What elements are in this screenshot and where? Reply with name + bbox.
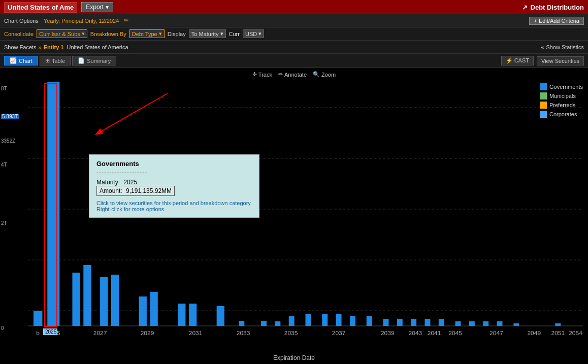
tooltip-note-line2: Right-click for more options.	[96, 206, 252, 212]
svg-text:2037: 2037	[332, 330, 346, 336]
tab-chart[interactable]: 📈 Chart	[4, 56, 38, 65]
svg-rect-15	[189, 304, 197, 326]
svg-text:2041: 2041	[428, 330, 441, 336]
svg-rect-36	[555, 323, 561, 326]
stats-arrow-icon: «	[541, 44, 544, 50]
tabs-bar: 📈 Chart ⊞ Table 📄 Summary ⚡ CAST View Se…	[0, 54, 588, 68]
tooltip-maturity-label: Maturity:	[96, 179, 120, 186]
y-label-2t: 2T	[1, 220, 7, 226]
cast-button[interactable]: ⚡ CAST	[501, 56, 534, 65]
edit-add-criteria-button[interactable]: + Edit/Add Criteria	[529, 17, 584, 25]
show-statistics-button[interactable]: « Show Statistics	[541, 44, 584, 50]
svg-text:2031: 2031	[189, 330, 203, 336]
annotate-tool[interactable]: ✏ Annotate	[278, 71, 307, 78]
annotate-icon: ✏	[278, 71, 283, 78]
svg-text:2049: 2049	[527, 330, 541, 336]
legend-color-municipals	[540, 92, 547, 100]
entity-number-label: Entity 1	[44, 44, 64, 50]
chart-settings-text: Yearly, Principal Only, 12/2024	[44, 18, 119, 24]
svg-rect-18	[261, 321, 267, 326]
zoom-tool[interactable]: 🔍 Zoom	[313, 71, 336, 78]
export-button[interactable]: Export ▾	[81, 2, 113, 12]
svg-rect-10	[100, 277, 108, 326]
zoom-icon: 🔍	[313, 71, 320, 78]
svg-text:2035: 2035	[284, 330, 298, 336]
legend-item-preferreds: Preferreds	[540, 102, 583, 109]
curr-dropdown[interactable]: USD ▾	[243, 29, 264, 38]
legend-label-municipals: Municipals	[549, 93, 576, 99]
svg-text:2033: 2033	[237, 330, 250, 336]
consolidate-label: Consolidate	[4, 31, 34, 37]
svg-rect-32	[469, 321, 475, 326]
tab-summary[interactable]: 📄 Summary	[72, 56, 116, 65]
display-dropdown[interactable]: To Maturity ▾	[189, 29, 226, 38]
consolidate-dropdown[interactable]: Curr Issr & Subs ▾	[37, 29, 87, 38]
svg-rect-19	[275, 321, 280, 326]
show-statistics-label: Show Statistics	[546, 44, 584, 50]
legend-item-corporates: Corporates	[540, 111, 583, 118]
legend-item-governments: Governments	[540, 83, 583, 90]
chart-area: ✛ Track ✏ Annotate 🔍 Zoom Governments Mu…	[0, 68, 588, 364]
tab-table-label: Table	[52, 58, 65, 64]
track-tool[interactable]: ✛ Track	[252, 71, 272, 78]
chart-inner: ✛ Track ✏ Annotate 🔍 Zoom Governments Mu…	[0, 68, 588, 364]
svg-rect-23	[336, 314, 342, 326]
show-facets-button[interactable]: Show Facets	[4, 44, 37, 50]
svg-rect-27	[397, 319, 403, 326]
legend-color-governments	[540, 83, 547, 90]
breakdown-by-label: Breakdown By	[90, 31, 126, 37]
svg-rect-34	[497, 321, 503, 326]
facets-expand-icon[interactable]: »	[39, 44, 42, 50]
entity-title[interactable]: United States of Ame	[4, 2, 77, 13]
tooltip-amount-value: 9,191,135.92MM	[126, 187, 172, 194]
display-arrow-icon: ▾	[220, 30, 223, 37]
curr-label: Curr	[229, 31, 240, 37]
view-securities-button[interactable]: View Securities	[537, 56, 584, 65]
display-label: Display	[168, 31, 186, 37]
x-axis-label: Expiration Date	[273, 354, 315, 361]
svg-rect-9	[83, 265, 91, 326]
legend-color-corporates	[540, 111, 547, 118]
tooltip-note-line1: Click to view securities for this period…	[96, 200, 252, 206]
svg-text:2029: 2029	[141, 330, 154, 336]
svg-text:2027: 2027	[93, 330, 107, 336]
tooltip-amount-label: Amount:	[100, 187, 122, 194]
summary-icon: 📄	[78, 57, 85, 64]
svg-rect-35	[513, 323, 519, 326]
y-label-4t: 4T	[1, 162, 7, 168]
tab-table[interactable]: ⊞ Table	[40, 56, 71, 65]
svg-rect-22	[322, 314, 328, 326]
controls-bar: Consolidate Curr Issr & Subs ▾ Breakdown…	[0, 27, 588, 41]
title-bar-right: ↗ Debt Distribution	[522, 4, 584, 11]
cast-icon: ⚡	[506, 57, 513, 63]
svg-text:b: b	[36, 330, 40, 336]
svg-rect-11	[111, 275, 119, 326]
svg-text:2047: 2047	[489, 330, 503, 336]
tab-toolbar: ⚡ CAST View Securities	[501, 56, 584, 65]
chart-options-label: Chart Options	[4, 18, 39, 24]
y-label-0: 0	[1, 325, 4, 331]
entity-name-label: United States of America	[67, 44, 128, 50]
svg-rect-25	[367, 316, 372, 326]
svg-rect-26	[383, 319, 389, 326]
svg-text:2045: 2045	[448, 330, 462, 336]
table-icon: ⊞	[45, 57, 50, 64]
consolidate-arrow-icon: ▾	[82, 30, 85, 37]
svg-rect-28	[411, 319, 416, 326]
svg-rect-16	[217, 306, 224, 326]
consolidate-value: Curr Issr & Subs	[39, 31, 80, 37]
track-label: Track	[258, 72, 272, 78]
breakdown-dropdown[interactable]: Debt Type ▾	[129, 29, 165, 38]
svg-rect-30	[439, 319, 444, 326]
svg-rect-8	[72, 273, 80, 326]
tooltip[interactable]: Governments -------------------- Maturit…	[89, 154, 259, 218]
tooltip-title: Governments	[96, 160, 252, 168]
svg-text:2043: 2043	[409, 330, 422, 336]
dropdown-arrow-icon: ▾	[106, 4, 109, 11]
external-link-icon: ↗	[522, 4, 528, 11]
pencil-icon[interactable]: ✏	[124, 17, 128, 24]
tooltip-amount-box: Amount: 9,191,135.92MM	[96, 186, 175, 196]
svg-rect-17	[239, 321, 244, 326]
display-value: To Maturity	[191, 31, 219, 37]
svg-rect-33	[483, 321, 488, 326]
